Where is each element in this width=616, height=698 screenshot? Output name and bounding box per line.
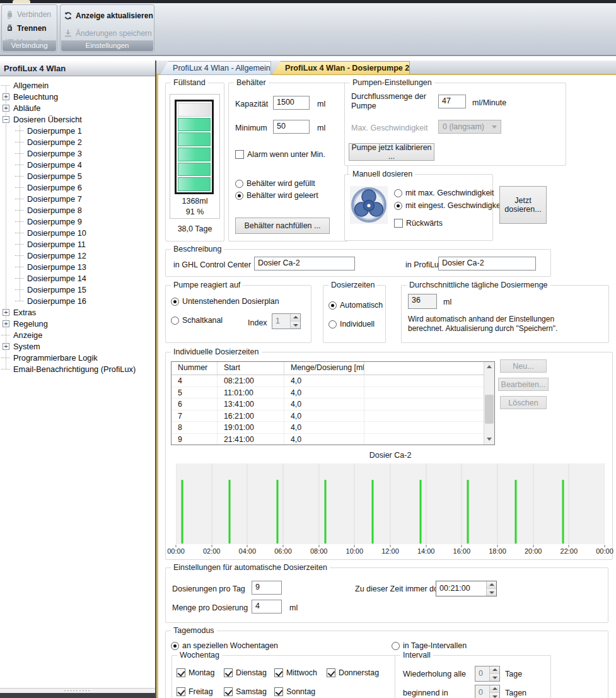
sidebar-item-dosierpumpe-7[interactable]: Dosierpumpe 7 — [0, 193, 155, 204]
amount-per-dose-input[interactable]: 4 — [252, 600, 282, 614]
table-row[interactable]: 819:01:004,0 — [171, 422, 494, 434]
calibrate-pump-button[interactable]: Pumpe jetzt kalibrieren ... — [349, 143, 434, 161]
stepper-up-icon[interactable] — [291, 314, 300, 322]
ribbon: Verbinden Trennen Verwalten... Verbindun… — [0, 3, 616, 56]
max-speed-dropdown[interactable]: 0 (langsam) — [438, 120, 501, 134]
capacity-input[interactable]: 1500 — [273, 96, 310, 110]
sidebar-item-allgemein[interactable]: Allgemein — [0, 79, 155, 91]
tab-allgemein[interactable]: ProfiLux 4 Wlan - Allgemein — [160, 61, 271, 75]
scroll-up-icon[interactable] — [484, 362, 494, 372]
sidebar-item-dosierpumpe-3[interactable]: Dosierpumpe 3 — [0, 148, 155, 159]
stepper-up-icon[interactable] — [490, 685, 499, 693]
tree-expander-icon[interactable] — [3, 343, 9, 350]
flow-rate-input[interactable]: 47 — [438, 95, 466, 108]
individual-radio[interactable]: Individuell — [328, 320, 375, 329]
tuesday-checkbox[interactable]: Dienstag — [224, 668, 267, 677]
switch-channel-radio[interactable]: Schaltkanal — [171, 316, 223, 325]
dose-set-speed-radio[interactable]: mit eingest. Geschwindigkeit — [394, 201, 504, 210]
sidebar-item-dosierpumpe-1[interactable]: Dosierpumpe 1 — [0, 125, 155, 136]
automatic-radio[interactable]: Automatisch — [328, 301, 383, 310]
repeat-days-stepper[interactable]: 0 — [475, 666, 500, 682]
disconnect-button[interactable]: Trennen — [2, 21, 57, 35]
fixed-dose-time-stepper[interactable]: 00:21:00 — [436, 581, 497, 596]
delete-dosing-button[interactable]: Löschen — [500, 396, 547, 409]
container-emptied-radio[interactable]: Behälter wird geleert — [235, 191, 318, 200]
dose-now-button[interactable]: Jetzt dosieren... — [499, 186, 547, 224]
reverse-checkbox[interactable]: Rückwärts — [394, 219, 443, 228]
stepper-down-icon[interactable] — [490, 674, 499, 681]
ghl-name-input[interactable]: Dosier Ca-2 — [254, 257, 355, 270]
tree-expander-icon[interactable] — [3, 93, 9, 100]
sidebar-item-dosierpumpe-10[interactable]: Dosierpumpe 10 — [0, 227, 155, 238]
friday-checkbox[interactable]: Freitag — [177, 687, 213, 696]
sidebar-item-beleuchtung[interactable]: Beleuchtung — [0, 91, 155, 102]
minimum-input[interactable]: 50 — [273, 120, 310, 134]
sidebar-item-ablaeufe[interactable]: Abläufe — [0, 102, 155, 113]
table-row[interactable]: 716:21:004,0 — [171, 410, 494, 422]
sidebar-item-anzeige[interactable]: Anzeige — [0, 329, 155, 340]
sidebar-item-dosierpumpe-15[interactable]: Dosierpumpe 15 — [0, 284, 155, 295]
tab-dosierpumpe-2[interactable]: ProfiLux 4 Wlan - Dosierpumpe 2 — [272, 61, 410, 75]
refill-container-button[interactable]: Behälter nachfüllen ... — [235, 218, 330, 234]
stepper-up-icon[interactable] — [487, 581, 496, 589]
dosing-schedule-table[interactable]: NummerStartMenge/Dosierung [ml] 408:21:0… — [171, 361, 495, 445]
sidebar-item-programmierbare-logik[interactable]: Programmierbare Logik — [0, 352, 155, 363]
refresh-view-button[interactable]: Anzeige aktualisieren — [61, 9, 154, 23]
column-header[interactable]: Nummer — [171, 362, 218, 375]
sidebar-item-dosierpumpe-16[interactable]: Dosierpumpe 16 — [0, 295, 155, 306]
sidebar-item-dosierpumpe-11[interactable]: Dosierpumpe 11 — [0, 238, 155, 250]
dosing-plan-radio[interactable]: Untenstehenden Dosierplan — [171, 297, 279, 306]
stepper-down-icon[interactable] — [487, 589, 496, 596]
sidebar-item-dosierpumpe-2[interactable]: Dosierpumpe 2 — [0, 136, 155, 148]
sidebar-item-dosierpumpe-9[interactable]: Dosierpumpe 9 — [0, 216, 155, 227]
monday-checkbox[interactable]: Montag — [177, 668, 214, 677]
sidebar-item-dosierpumpe-6[interactable]: Dosierpumpe 6 — [0, 182, 155, 193]
table-row[interactable]: 408:21:004,0 — [171, 375, 494, 387]
day-intervals-radio[interactable]: in Tage-Intervallen — [392, 641, 467, 650]
scrollbar-thumb[interactable] — [485, 395, 494, 424]
tree-expander-icon[interactable] — [3, 105, 9, 112]
profilux-name-input[interactable]: Dosier Ca-2 — [438, 257, 536, 270]
sidebar-item-dosierpumpe-14[interactable]: Dosierpumpe 14 — [0, 272, 155, 284]
tree-expander-icon[interactable] — [3, 309, 9, 316]
tree-expander-icon[interactable] — [3, 320, 9, 327]
stepper-up-icon[interactable] — [490, 666, 499, 674]
index-stepper[interactable]: 1 — [272, 313, 301, 329]
column-header[interactable]: Start — [218, 362, 284, 375]
table-scrollbar[interactable] — [484, 362, 494, 445]
thursday-checkbox[interactable]: Donnerstag — [327, 668, 379, 677]
close-tab-icon[interactable] — [416, 64, 421, 73]
column-header[interactable]: Menge/Dosierung [ml] — [284, 362, 364, 375]
sidebar-item-dosierpumpe-5[interactable]: Dosierpumpe 5 — [0, 170, 155, 182]
new-dosing-button[interactable]: Neu... — [500, 359, 547, 373]
sidebar-item-dosierpumpe-8[interactable]: Dosierpumpe 8 — [0, 204, 155, 216]
begin-days-stepper[interactable]: 0 — [475, 685, 500, 698]
scroll-down-icon[interactable] — [484, 434, 494, 445]
save-changes-button[interactable]: Änderungen speichern — [61, 26, 154, 40]
sidebar-splitter-handle[interactable] — [0, 688, 155, 693]
table-row[interactable]: 511:01:004,0 — [171, 387, 494, 399]
sunday-checkbox[interactable]: Sonntag — [274, 687, 315, 696]
sidebar-item-extras[interactable]: Extras — [0, 306, 155, 318]
sidebar-item-dosierpumpe-4[interactable]: Dosierpumpe 4 — [0, 159, 155, 170]
sidebar-item-regelung[interactable]: Regelung — [0, 318, 155, 329]
doses-per-day-input[interactable]: 9 — [252, 581, 282, 595]
stepper-down-icon[interactable] — [291, 322, 300, 329]
sidebar-item-system[interactable]: System — [0, 340, 155, 352]
table-row[interactable]: 921:41:004,0 — [171, 434, 494, 446]
sidebar-item-dosierpumpe-12[interactable]: Dosierpumpe 12 — [0, 250, 155, 261]
alarm-below-min-checkbox[interactable]: Alarm wenn unter Min. — [235, 150, 325, 159]
container-filled-radio[interactable]: Behälter wird gefüllt — [235, 179, 315, 188]
sidebar-item-email-benachrichtigung[interactable]: Email-Benachrichtigung (ProfiLux) — [0, 363, 155, 375]
connect-button[interactable]: Verbinden — [2, 8, 57, 21]
sidebar-item-dosieren-uebersicht[interactable]: Dosieren Übersicht — [0, 113, 155, 125]
edit-dosing-button[interactable]: Bearbeiten... — [498, 378, 549, 391]
wednesday-checkbox[interactable]: Mittwoch — [274, 668, 317, 677]
stepper-down-icon[interactable] — [490, 693, 499, 698]
dose-max-speed-radio[interactable]: mit max. Geschwindigkeit — [394, 189, 494, 197]
saturday-checkbox[interactable]: Samstag — [224, 687, 267, 696]
table-row[interactable]: 613:41:004,0 — [171, 398, 494, 410]
sidebar-item-dosierpumpe-13[interactable]: Dosierpumpe 13 — [0, 261, 155, 272]
specific-weekdays-radio[interactable]: an speziellen Wochentagen — [171, 641, 278, 650]
tree-expander-icon[interactable] — [3, 116, 9, 123]
